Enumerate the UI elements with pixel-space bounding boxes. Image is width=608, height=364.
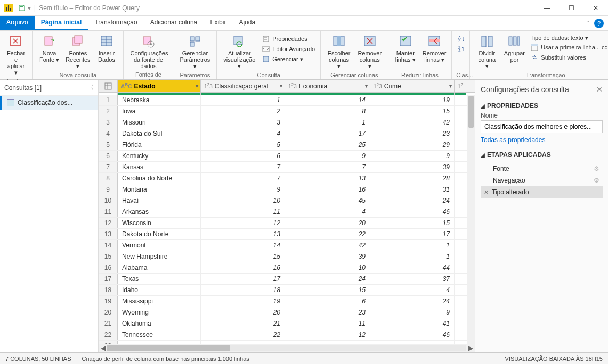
applied-step[interactable]: ✕Tipo alterado — [481, 186, 603, 198]
filter-dropdown-icon[interactable]: ▾ — [280, 83, 282, 89]
cell-economia[interactable]: 25 — [285, 139, 370, 150]
sort-asc-button[interactable]: AZ — [456, 34, 467, 44]
remove-rows-button[interactable]: Remover linhas ▾ — [421, 33, 447, 64]
vscroll-thumb[interactable] — [468, 96, 474, 128]
cell-estado[interactable]: New Hampshire — [118, 251, 201, 262]
column-header-crime[interactable]: 123 Crime ▾ — [370, 80, 455, 92]
hscroll-thumb[interactable] — [107, 345, 230, 351]
table-row[interactable]: 8Carolina do Norte71328 — [99, 173, 475, 184]
cell-next[interactable] — [455, 240, 466, 251]
collapse-queries-icon[interactable]: 〈 — [87, 83, 94, 92]
cell-estado[interactable]: Dakota do Sul — [118, 128, 201, 139]
queries-header[interactable]: Consultas [1] 〈 — [0, 80, 98, 96]
first-row-headers-button[interactable]: Usar a primeira linha... cc.. ▾ — [529, 43, 608, 52]
cell-estado[interactable]: Oklahoma — [118, 318, 201, 329]
choose-columns-button[interactable]: Escolher colunas ▾ — [325, 33, 353, 70]
cell-economia[interactable]: 15 — [285, 285, 370, 295]
cell-estado[interactable]: Alabama — [118, 262, 201, 273]
table-row[interactable]: 22Tennessee221246 — [99, 329, 475, 341]
applied-step[interactable]: Navegação⚙ — [481, 175, 603, 186]
table-row[interactable]: 13Dakota do Norte132217 — [99, 229, 475, 240]
cell-classificacao[interactable]: 7 — [201, 173, 285, 184]
query-name-input[interactable] — [481, 120, 603, 133]
cell-estado[interactable]: Texas — [118, 274, 201, 284]
refresh-preview-button[interactable]: Atualizar visualização ▾ — [221, 33, 257, 70]
cell-classificacao[interactable]: 21 — [201, 318, 285, 329]
cell-crime[interactable]: 1 — [370, 251, 455, 262]
filter-dropdown-icon[interactable]: ▾ — [365, 83, 368, 89]
query-item[interactable]: Classificação dos... — [0, 96, 98, 110]
group-by-button[interactable]: Agrupar por — [502, 33, 526, 64]
cell-crime[interactable]: 31 — [370, 184, 455, 195]
close-window-button[interactable]: ✕ — [583, 0, 608, 16]
cell-classificacao[interactable]: 20 — [201, 307, 285, 318]
cell-crime[interactable]: 29 — [370, 139, 455, 150]
cell-crime[interactable]: 39 — [370, 162, 455, 172]
cell-next[interactable] — [455, 329, 466, 340]
cell-crime[interactable]: 4 — [370, 285, 455, 295]
table-row[interactable]: 7Kansas7739 — [99, 162, 475, 173]
cell-crime[interactable]: 9 — [370, 307, 455, 318]
cell-crime[interactable] — [370, 341, 455, 344]
cell-crime[interactable]: 42 — [370, 117, 455, 128]
cell-crime[interactable]: 15 — [370, 106, 455, 117]
properties-button[interactable]: Propriedades — [261, 34, 316, 44]
scroll-right-icon[interactable]: ▶ — [466, 344, 475, 352]
qat-dropdown-icon[interactable]: ▾ — [28, 4, 31, 12]
cell-next[interactable] — [455, 307, 466, 318]
new-source-button[interactable]: Nova Fonte ▾ — [37, 33, 62, 64]
table-row[interactable]: 17Texas172437 — [99, 274, 475, 285]
cell-estado[interactable]: Wisconsin — [118, 218, 201, 228]
minimize-button[interactable]: — — [534, 0, 559, 16]
cell-economia[interactable]: 7 — [285, 162, 370, 172]
caret-icon[interactable]: ◢ — [481, 152, 485, 158]
cell-next[interactable] — [455, 296, 466, 307]
cell-economia[interactable]: 39 — [285, 251, 370, 262]
cell-estado[interactable]: Kansas — [118, 162, 201, 172]
cell-classificacao[interactable]: 7 — [201, 162, 285, 172]
cell-next[interactable] — [455, 218, 466, 228]
all-properties-link[interactable]: Todas as propriedades — [481, 136, 603, 144]
table-row[interactable]: 18Idaho18154 — [99, 285, 475, 296]
cell-crime[interactable]: 44 — [370, 262, 455, 273]
cell-crime[interactable]: 23 — [370, 128, 455, 139]
table-row[interactable]: 19Mississippi19624 — [99, 296, 475, 307]
table-row[interactable]: 5Flórida52529 — [99, 139, 475, 151]
cell-economia[interactable]: 8 — [285, 106, 370, 117]
table-row[interactable]: 9Montana91631 — [99, 184, 475, 195]
cell-classificacao[interactable]: 1 — [201, 95, 285, 105]
cell-classificacao[interactable]: 16 — [201, 262, 285, 273]
cell-next[interactable] — [455, 106, 466, 117]
cell-economia[interactable]: 4 — [285, 206, 370, 217]
cell-classificacao[interactable]: 18 — [201, 285, 285, 295]
cell-next[interactable] — [455, 117, 466, 128]
table-row[interactable]: 21Oklahoma211141 — [99, 318, 475, 329]
cell-crime[interactable]: 46 — [370, 206, 455, 217]
cell-economia[interactable]: 23 — [285, 307, 370, 318]
cell-estado[interactable]: Nebraska — [118, 95, 201, 105]
cell-estado[interactable] — [118, 341, 201, 344]
cell-classificacao[interactable]: 5 — [201, 139, 285, 150]
cell-economia[interactable]: 12 — [285, 329, 370, 340]
enter-data-button[interactable]: Inserir Dados — [94, 33, 119, 64]
cell-estado[interactable]: Montana — [118, 184, 201, 195]
cell-next[interactable] — [455, 195, 466, 206]
cell-economia[interactable]: 10 — [285, 262, 370, 273]
cell-next[interactable] — [455, 206, 466, 217]
tab-add-column[interactable]: Adicionar coluna — [144, 16, 204, 30]
horizontal-scrollbar[interactable]: ◀ ▶ — [99, 344, 475, 352]
cell-economia[interactable]: 24 — [285, 274, 370, 284]
table-row[interactable]: 16Alabama161044 — [99, 262, 475, 274]
advanced-editor-button[interactable]: Editor Avançado — [261, 44, 316, 54]
table-row[interactable]: 6Kentucky699 — [99, 151, 475, 162]
remove-columns-button[interactable]: Remover colunas ▾ — [356, 33, 384, 70]
help-icon[interactable]: ? — [594, 19, 604, 28]
grid-corner[interactable] — [99, 80, 118, 92]
gear-icon[interactable]: ⚙ — [594, 165, 599, 172]
cell-estado[interactable]: Arkansas — [118, 206, 201, 217]
manage-button[interactable]: Gerenciar ▾ — [261, 54, 316, 64]
cell-next[interactable] — [455, 184, 466, 195]
cell-economia[interactable]: 13 — [285, 173, 370, 184]
cell-estado[interactable]: Flórida — [118, 139, 201, 150]
cell-next[interactable] — [455, 274, 466, 284]
